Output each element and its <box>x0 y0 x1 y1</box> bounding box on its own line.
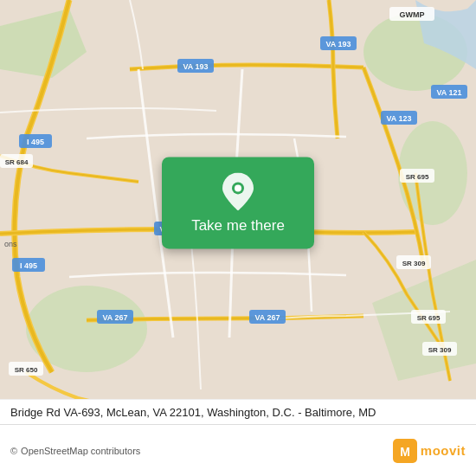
take-me-there-button[interactable]: Take me there <box>162 157 314 248</box>
svg-text:M: M <box>400 445 410 459</box>
location-pin-icon <box>222 172 254 210</box>
moovit-wordmark: moovit <box>421 443 466 458</box>
svg-text:VA 123: VA 123 <box>386 114 411 123</box>
moovit-logo: M moovit <box>393 439 466 463</box>
svg-text:SR 309: SR 309 <box>402 260 426 267</box>
svg-text:SR 695: SR 695 <box>406 173 429 181</box>
svg-text:SR 695: SR 695 <box>417 314 441 322</box>
svg-text:ons: ons <box>4 240 17 248</box>
address-text: Bridge Rd VA-693, McLean, VA 22101, Wash… <box>10 406 376 419</box>
svg-text:VA 193: VA 193 <box>183 62 208 71</box>
osm-attribution: OpenStreetMap contributors <box>21 446 393 456</box>
take-me-there-label: Take me there <box>191 217 285 235</box>
moovit-logo-icon: M <box>393 439 417 463</box>
address-bar: Bridge Rd VA-693, McLean, VA 22101, Wash… <box>0 399 476 424</box>
svg-text:I 495: I 495 <box>20 261 37 270</box>
footer: © OpenStreetMap contributors M moovit <box>0 424 476 476</box>
svg-text:SR 684: SR 684 <box>5 158 29 166</box>
svg-text:VA 193: VA 193 <box>325 40 351 48</box>
copyright-symbol: © <box>10 446 17 456</box>
svg-point-40 <box>235 184 241 191</box>
svg-text:VA 267: VA 267 <box>254 313 280 322</box>
svg-text:I 495: I 495 <box>27 138 44 146</box>
map-container: GWMP VA 193 VA 193 I 495 I 495 VA 267 VA… <box>0 0 476 424</box>
svg-text:VA 267: VA 267 <box>102 313 127 322</box>
svg-text:SR 309: SR 309 <box>428 346 452 354</box>
svg-text:SR 650: SR 650 <box>15 366 38 374</box>
svg-text:GWMP: GWMP <box>400 10 425 19</box>
svg-text:VA 121: VA 121 <box>436 88 461 97</box>
